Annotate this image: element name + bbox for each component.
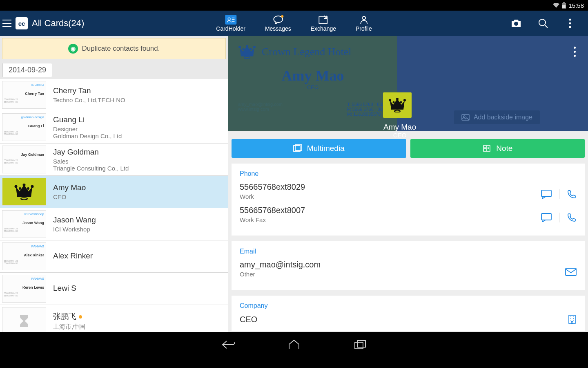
svg-point-27 [250, 48, 252, 50]
card-title: Sales [53, 158, 223, 165]
card-overflow-button[interactable] [574, 47, 576, 57]
svg-rect-53 [571, 321, 573, 323]
card-title: Designer [53, 126, 223, 132]
card-row[interactable]: ICI WorkshopJason Wang5566 9999 - 235566… [0, 208, 228, 240]
status-bar: 15:58 [0, 0, 588, 11]
svg-point-20 [19, 187, 21, 190]
svg-point-25 [253, 46, 256, 48]
building-icon[interactable] [568, 314, 577, 324]
svg-rect-2 [562, 5, 566, 8]
phone-section: Phone 55665768ext8029Work55665768ext8007… [232, 164, 585, 236]
card-company: Techno Co., Ltd,TECH NO [53, 96, 223, 103]
card-row[interactable]: PANVASKeren Lewis5566 9999 - 235566 9999… [0, 273, 228, 305]
card-name: Lewi S [53, 284, 223, 293]
note-icon [482, 144, 491, 153]
call-icon[interactable] [567, 213, 577, 222]
status-time: 15:58 [568, 2, 584, 9]
svg-point-18 [23, 184, 26, 186]
tab-cardholder[interactable]: CardHolder [216, 15, 245, 32]
email-value[interactable]: amy_mao@intsig.com [240, 260, 565, 269]
svg-point-24 [246, 45, 248, 47]
message-icon[interactable] [541, 190, 552, 199]
svg-point-15 [569, 22, 571, 25]
svg-point-31 [403, 99, 406, 101]
tab-exchange[interactable]: Exchange [311, 15, 336, 32]
back-button[interactable] [219, 338, 236, 351]
tab-profile[interactable]: Profile [356, 15, 372, 32]
multimedia-button[interactable]: Multimedia [232, 139, 406, 158]
overflow-button[interactable] [564, 18, 576, 29]
app-logo: cc [16, 17, 28, 29]
card-name: Jay Goldman [53, 148, 223, 157]
svg-rect-43 [541, 190, 551, 197]
camera-button[interactable] [510, 18, 522, 29]
company-value: CEO [240, 315, 568, 324]
image-icon [461, 114, 470, 121]
card-list[interactable]: TECHNOCherry Tan5566 9999 - 235566 9999 … [0, 79, 228, 332]
svg-rect-55 [357, 341, 365, 347]
card-name: Cherry Tan [53, 86, 223, 95]
company-section: Company CEO [232, 296, 585, 331]
message-icon[interactable] [541, 213, 552, 222]
note-button[interactable]: Note [410, 139, 585, 158]
phone-value[interactable]: 55665768ext8029 [240, 182, 541, 192]
duplicate-banner[interactable]: ◉ Duplicate contacts found. [2, 38, 226, 59]
card-thumb: Jay Goldman5566 9999 - 235566 9999 - 80 [2, 146, 46, 173]
crown-icon [238, 45, 256, 59]
phone-type: Work Fax [240, 216, 541, 223]
svg-point-11 [514, 22, 518, 26]
phone-type: Work [240, 193, 541, 200]
add-backside-button[interactable]: Add backside image [454, 110, 540, 124]
tab-messages[interactable]: Messages [265, 15, 291, 32]
battery-icon [562, 2, 566, 9]
svg-point-34 [394, 110, 400, 112]
card-row[interactable]: Amy MaoCEO [0, 176, 228, 208]
hero-name-overlay: Amy Mao CEO [383, 123, 416, 139]
card-company: ICI Workshop [53, 226, 223, 233]
svg-point-3 [228, 18, 230, 20]
svg-point-8 [281, 15, 283, 18]
card-thumb: PANVASKeren Lewis5566 9999 - 235566 9999… [2, 275, 46, 303]
card-row[interactable]: TECHNOCherry Tan5566 9999 - 235566 9999 … [0, 79, 228, 111]
android-nav-bar [0, 332, 588, 357]
home-button[interactable] [285, 338, 303, 351]
card-row[interactable]: 张鹏飞上海市,中国 [0, 305, 228, 332]
mail-icon[interactable] [565, 268, 577, 276]
card-name: 张鹏飞 [53, 311, 223, 322]
card-row[interactable]: goldman designGuang Li5566 9999 - 235566… [0, 111, 228, 144]
duplicate-icon: ◉ [68, 44, 78, 54]
search-button[interactable] [537, 18, 549, 29]
svg-rect-46 [569, 315, 575, 323]
card-thumb: PANVASAlex Rinker5566 9999 - 235566 9999… [2, 242, 46, 270]
recents-button[interactable] [352, 338, 369, 351]
svg-point-32 [393, 101, 395, 103]
svg-point-29 [389, 99, 391, 101]
menu-icon[interactable] [2, 20, 11, 27]
top-tabs: CardHolder Messages Exchange Profile [216, 11, 372, 36]
avatar[interactable] [383, 92, 412, 118]
card-row[interactable]: PANVASAlex Rinker5566 9999 - 235566 9999… [0, 240, 228, 273]
hero-name: Amy Mao [238, 67, 388, 84]
call-icon[interactable] [567, 189, 577, 199]
profile-icon [358, 15, 370, 25]
svg-point-21 [27, 187, 29, 190]
svg-line-13 [545, 25, 548, 28]
svg-rect-44 [541, 213, 551, 220]
email-section: Email amy_mao@intsig.com Other [232, 241, 585, 290]
svg-point-10 [362, 16, 365, 20]
card-name: Guang Li [53, 115, 223, 124]
svg-rect-45 [566, 268, 576, 276]
svg-point-30 [396, 98, 399, 100]
card-thumb: ICI WorkshopJason Wang5566 9999 - 235566… [2, 210, 46, 238]
multimedia-icon [293, 144, 302, 153]
card-row[interactable]: Jay Goldman5566 9999 - 235566 9999 - 80J… [0, 144, 228, 176]
cardholder-icon [225, 15, 236, 25]
exchange-icon [318, 15, 329, 25]
phone-value[interactable]: 55665768ext8007 [240, 206, 541, 215]
svg-point-28 [244, 57, 250, 59]
date-header: 2014-09-29 [2, 63, 52, 77]
svg-point-22 [21, 198, 27, 200]
svg-point-14 [569, 19, 571, 21]
svg-rect-1 [563, 2, 565, 3]
page-title[interactable]: All Cards(24) [32, 18, 84, 29]
